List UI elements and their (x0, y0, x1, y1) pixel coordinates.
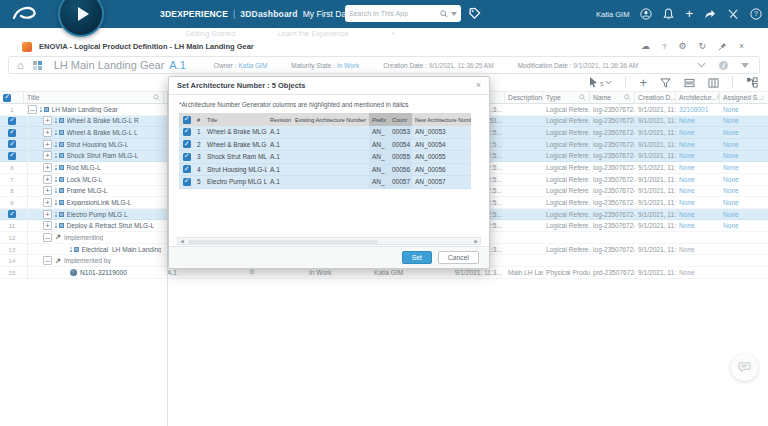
compass-icon[interactable] (58, 0, 104, 37)
set-button[interactable]: Set (402, 251, 432, 264)
refresh-icon[interactable]: ↻ (698, 42, 706, 51)
dialog-select-all-cell[interactable] (179, 113, 194, 126)
close-app-icon[interactable]: × (739, 42, 744, 51)
column-header-title[interactable]: Title (24, 91, 164, 104)
selection-mode-button[interactable]: 5 (589, 77, 612, 88)
row-select-cell[interactable]: 12 (0, 232, 24, 243)
scroll-right-arrow-icon[interactable]: ▶ (474, 238, 478, 244)
tag-icon[interactable] (468, 7, 481, 20)
cell-architecture-number[interactable]: None (676, 127, 720, 138)
cell-architecture-number[interactable]: None (676, 139, 720, 150)
cell-assigned[interactable]: None (720, 221, 764, 232)
cell-architecture-number[interactable]: None (676, 151, 720, 162)
collapse-icon[interactable]: – (28, 105, 37, 114)
settings-gear-icon[interactable]: ⚙ (678, 42, 686, 51)
info-icon[interactable]: i (719, 61, 728, 70)
add-content-icon[interactable]: + (685, 9, 693, 19)
cell-assigned[interactable]: None (720, 197, 764, 208)
dialog-select-all-checkbox[interactable] (183, 116, 191, 124)
dialog-close-icon[interactable]: × (476, 81, 481, 90)
dialog-row-checkbox[interactable] (183, 128, 191, 136)
column-header-name[interactable]: Name (590, 91, 635, 104)
expand-icon[interactable]: + (43, 140, 52, 149)
cell-assigned[interactable]: None (720, 186, 764, 197)
row-select-cell[interactable]: 11 (0, 221, 24, 232)
scrollbar-thumb[interactable] (188, 240, 378, 244)
row-select-cell[interactable]: 7 (0, 174, 24, 185)
row-select-cell[interactable]: 15 (0, 267, 24, 278)
cancel-button[interactable]: Cancel (438, 251, 479, 264)
search-icon[interactable] (440, 10, 448, 18)
search-scope-caret-icon[interactable] (451, 12, 457, 16)
cell-assigned[interactable]: None (720, 116, 764, 127)
tools-icon[interactable] (727, 9, 739, 20)
cloud-icon[interactable]: ☁ (641, 42, 650, 51)
row-select-cell[interactable]: 8 (0, 186, 24, 197)
dialog-row-checkbox[interactable] (183, 140, 191, 148)
row-select-cell[interactable]: 6 (0, 162, 24, 173)
column-header-creation[interactable]: Creation D... (635, 91, 676, 104)
help-icon[interactable]: ? (750, 8, 762, 20)
expand-icon[interactable]: + (43, 163, 52, 172)
row-select-cell[interactable] (0, 139, 24, 150)
dialog-table-row[interactable]: 1Wheel & Brake MLG-L LA.1AN_00053AN_0005… (179, 126, 471, 139)
dialog-row-select-cell[interactable] (179, 139, 194, 151)
column-search-icon[interactable] (763, 94, 764, 101)
row-select-cell[interactable]: 1 (0, 104, 24, 115)
dialog-row-select-cell[interactable] (179, 151, 194, 163)
more-caret-icon[interactable] (741, 63, 749, 68)
expand-icon[interactable]: + (43, 221, 52, 230)
expand-icon[interactable]: + (43, 116, 52, 125)
avatar-icon[interactable] (640, 8, 652, 20)
select-all-cell[interactable] (0, 91, 24, 104)
collapse-icon[interactable]: – (43, 233, 52, 242)
expand-chevron-icon[interactable] (697, 62, 706, 68)
cell-architecture-number[interactable]: None (676, 174, 720, 185)
cell-architecture-number[interactable]: 32108001 (676, 104, 720, 115)
cell-architecture-number[interactable]: None (676, 197, 720, 208)
home-icon[interactable]: ⌂ (17, 60, 24, 71)
cell-assigned[interactable]: None (720, 209, 764, 220)
rows-view-button[interactable] (684, 78, 695, 88)
collapse-icon[interactable]: – (43, 256, 52, 265)
column-search-icon[interactable] (153, 94, 160, 101)
select-all-checkbox[interactable] (3, 94, 11, 102)
object-revision[interactable]: A.1 (169, 59, 186, 71)
scroll-left-arrow-icon[interactable]: ◀ (180, 238, 184, 244)
row-select-cell[interactable] (0, 116, 24, 127)
cell-architecture-number[interactable]: None (676, 221, 720, 232)
cell-architecture-number[interactable]: None (676, 116, 720, 127)
row-checkbox[interactable] (8, 152, 16, 160)
dialog-row-select-cell[interactable] (179, 126, 194, 138)
search-input[interactable] (349, 10, 437, 17)
cell-assigned[interactable]: None (720, 162, 764, 173)
cell-assigned[interactable]: None (720, 127, 764, 138)
dialog-row-select-cell[interactable] (179, 176, 194, 188)
add-button[interactable]: + (639, 78, 647, 87)
owner-value[interactable]: Katia GIM (238, 62, 267, 69)
columns-view-button[interactable] (708, 78, 719, 88)
cell-assigned[interactable]: None (720, 104, 764, 115)
expand-icon[interactable]: + (43, 210, 52, 219)
dialog-table-row[interactable]: 4Strut Housing MLG-LA.1AN_00056AN_00056 (179, 164, 471, 177)
column-header-description[interactable]: Description (505, 91, 543, 104)
column-search-icon[interactable] (579, 94, 586, 101)
column-search-icon[interactable] (624, 94, 631, 101)
row-select-cell[interactable]: 14 (0, 255, 24, 266)
row-checkbox[interactable] (8, 140, 16, 148)
dialog-row-checkbox[interactable] (183, 153, 191, 161)
chat-fab-button[interactable] (731, 354, 758, 381)
dialog-table-row[interactable]: 5Electro Pump MLG LA.1AN_00057AN_00057 (179, 176, 471, 189)
dialog-row-checkbox[interactable] (183, 165, 191, 173)
filter-button[interactable] (660, 78, 671, 88)
dialog-table-row[interactable]: 3Shock Strut Ram MLG-LA.1AN_00055AN_0005… (179, 151, 471, 164)
row-select-cell[interactable] (0, 127, 24, 138)
expand-icon[interactable]: + (43, 175, 52, 184)
cell-assigned[interactable]: None (720, 139, 764, 150)
row-select-cell[interactable]: 9 (0, 197, 24, 208)
cell-assigned[interactable]: None (720, 174, 764, 185)
hierarchy-view-button[interactable] (746, 77, 758, 88)
user-name[interactable]: Katia GIM (596, 10, 629, 19)
app-help-icon[interactable]: ? (662, 43, 666, 51)
dialog-horizontal-scrollbar[interactable]: ◀ ▶ (177, 237, 481, 245)
